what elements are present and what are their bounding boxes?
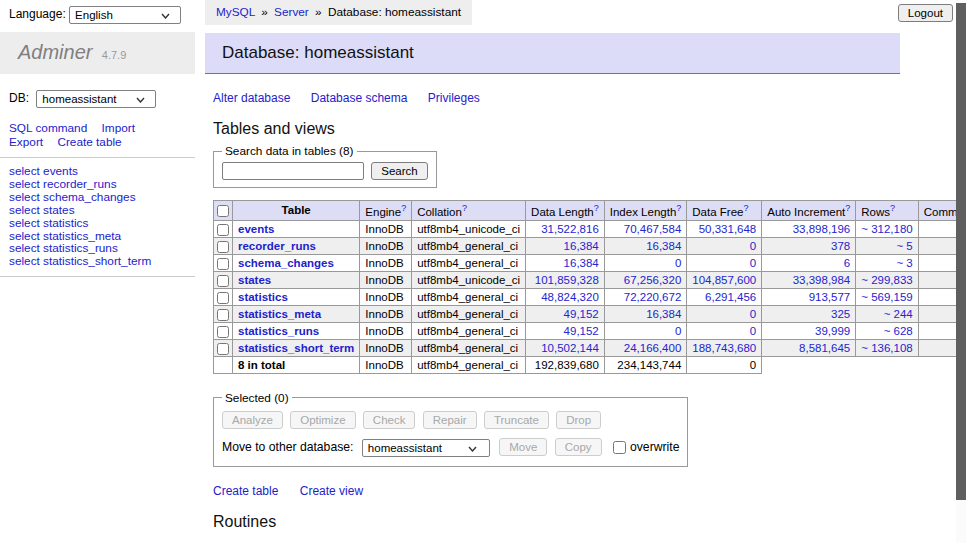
row-checkbox[interactable] [217, 292, 229, 304]
rows-value[interactable]: ~ 312,180 [861, 223, 912, 235]
row-checkbox[interactable] [217, 343, 229, 355]
data-free-value[interactable]: 6,291,456 [705, 291, 756, 303]
help-icon[interactable]: ? [594, 203, 599, 213]
auto-increment-value[interactable]: 39,999 [815, 325, 850, 337]
data-free-value[interactable]: 0 [750, 325, 756, 337]
auto-increment-value[interactable]: 913,577 [809, 291, 851, 303]
row-checkbox[interactable] [217, 241, 229, 253]
move-button[interactable]: Move [499, 438, 547, 456]
data-length-value[interactable]: 16,384 [564, 240, 599, 252]
auto-increment-value[interactable]: 33,898,196 [793, 223, 851, 235]
data-length-value[interactable]: 48,824,320 [541, 291, 599, 303]
data-length-value[interactable]: 10,502,144 [541, 342, 599, 354]
data-length-value[interactable]: 101,859,328 [535, 274, 599, 286]
scrollbar-thumb[interactable] [956, 3, 966, 500]
index-length-value[interactable]: 16,384 [646, 308, 681, 320]
data-free-value[interactable]: 0 [750, 257, 756, 269]
table-link[interactable]: statistics_short_term [238, 342, 354, 354]
data-free-value[interactable]: 50,331,648 [699, 223, 757, 235]
data-free-value[interactable]: 104,857,600 [692, 274, 756, 286]
index-length-value[interactable]: 72,220,672 [624, 291, 682, 303]
table-link[interactable]: statistics_meta [238, 308, 321, 320]
db-select[interactable]: homeassistant [36, 90, 156, 108]
sidebar-item-select-states[interactable]: select states [9, 204, 195, 217]
table-link[interactable]: schema_changes [238, 257, 334, 269]
truncate-button[interactable]: Truncate [484, 411, 549, 429]
sidebar-item-select-statistics[interactable]: select statistics [9, 217, 195, 230]
rows-value[interactable]: ~ 244 [884, 308, 913, 320]
rows-value[interactable]: ~ 5 [896, 240, 912, 252]
breadcrumb-mysql-link[interactable]: MySQL [216, 5, 255, 19]
auto-increment-value[interactable]: 8,581,645 [799, 342, 850, 354]
row-checkbox[interactable] [217, 258, 229, 270]
table-row: states InnoDB utf8mb4_unicode_ci 101,859… [214, 271, 966, 288]
data-free-value[interactable]: 0 [750, 240, 756, 252]
table-link[interactable]: recorder_runs [238, 240, 316, 252]
data-length-value[interactable]: 49,152 [564, 325, 599, 337]
rows-value[interactable]: ~ 3 [896, 257, 912, 269]
sidebar-item-select-recorder-runs[interactable]: select recorder_runs [9, 178, 195, 191]
language-select[interactable]: English [69, 6, 181, 24]
auto-increment-value[interactable]: 33,398,984 [793, 274, 851, 286]
breadcrumb-server-link[interactable]: Server [274, 5, 309, 19]
index-length-value[interactable]: 70,467,584 [624, 223, 682, 235]
drop-button[interactable]: Drop [556, 411, 601, 429]
sidebar-export-link[interactable]: Export [9, 135, 43, 149]
index-length-value[interactable]: 0 [675, 257, 681, 269]
copy-button[interactable]: Copy [555, 438, 602, 456]
repair-button[interactable]: Repair [423, 411, 477, 429]
select-all-checkbox[interactable] [217, 205, 229, 217]
help-icon[interactable]: ? [676, 203, 681, 213]
search-input[interactable] [222, 162, 364, 180]
index-length-value[interactable]: 16,384 [646, 240, 681, 252]
vertical-scrollbar[interactable] [956, 0, 966, 543]
row-checkbox[interactable] [217, 224, 229, 236]
database-schema-link[interactable]: Database schema [311, 91, 408, 105]
index-length-value[interactable]: 0 [675, 325, 681, 337]
move-database-select[interactable]: homeassistant [362, 439, 490, 457]
sidebar-import-link[interactable]: Import [102, 121, 135, 135]
data-free-value[interactable]: 188,743,680 [692, 342, 756, 354]
help-icon[interactable]: ? [462, 203, 467, 213]
data-free-value[interactable]: 0 [750, 308, 756, 320]
sidebar-item-select-statistics-short-term[interactable]: select statistics_short_term [9, 255, 195, 268]
table-link[interactable]: events [238, 223, 274, 235]
rows-value[interactable]: ~ 569,159 [861, 291, 912, 303]
data-length-value[interactable]: 49,152 [564, 308, 599, 320]
create-view-link[interactable]: Create view [300, 484, 363, 498]
table-link[interactable]: statistics_runs [238, 325, 319, 337]
table-link[interactable]: statistics [238, 291, 288, 303]
data-length-value[interactable]: 31,522,816 [541, 223, 599, 235]
rows-value[interactable]: ~ 299,833 [861, 274, 912, 286]
help-icon[interactable]: ? [401, 203, 406, 213]
row-checkbox[interactable] [217, 275, 229, 287]
move-row: Move to other database: homeassistant Mo… [222, 438, 679, 457]
help-icon[interactable]: ? [743, 203, 748, 213]
sidebar-item-select-events[interactable]: select events [9, 165, 195, 178]
overwrite-label[interactable]: overwrite [630, 440, 679, 454]
rows-value[interactable]: ~ 628 [884, 325, 913, 337]
sidebar-item-select-schema-changes[interactable]: select schema_changes [9, 191, 195, 204]
check-button[interactable]: Check [363, 411, 416, 429]
auto-increment-value[interactable]: 378 [831, 240, 850, 252]
sidebar-create-table-link[interactable]: Create table [57, 135, 121, 149]
table-link[interactable]: states [238, 274, 271, 286]
alter-database-link[interactable]: Alter database [213, 91, 290, 105]
privileges-link[interactable]: Privileges [428, 91, 480, 105]
create-table-link[interactable]: Create table [213, 484, 278, 498]
overwrite-checkbox[interactable] [613, 441, 626, 454]
index-length-value[interactable]: 67,256,320 [624, 274, 682, 286]
search-button[interactable]: Search [371, 162, 427, 180]
sidebar-sql-command-link[interactable]: SQL command [9, 121, 87, 135]
row-checkbox[interactable] [217, 309, 229, 321]
rows-value[interactable]: ~ 136,108 [861, 342, 912, 354]
data-length-value[interactable]: 16,384 [564, 257, 599, 269]
help-icon[interactable]: ? [890, 203, 895, 213]
help-icon[interactable]: ? [845, 203, 850, 213]
analyze-button[interactable]: Analyze [222, 411, 283, 429]
auto-increment-value[interactable]: 6 [844, 257, 850, 269]
auto-increment-value[interactable]: 325 [831, 308, 850, 320]
index-length-value[interactable]: 24,166,400 [624, 342, 682, 354]
optimize-button[interactable]: Optimize [290, 411, 355, 429]
row-checkbox[interactable] [217, 326, 229, 338]
